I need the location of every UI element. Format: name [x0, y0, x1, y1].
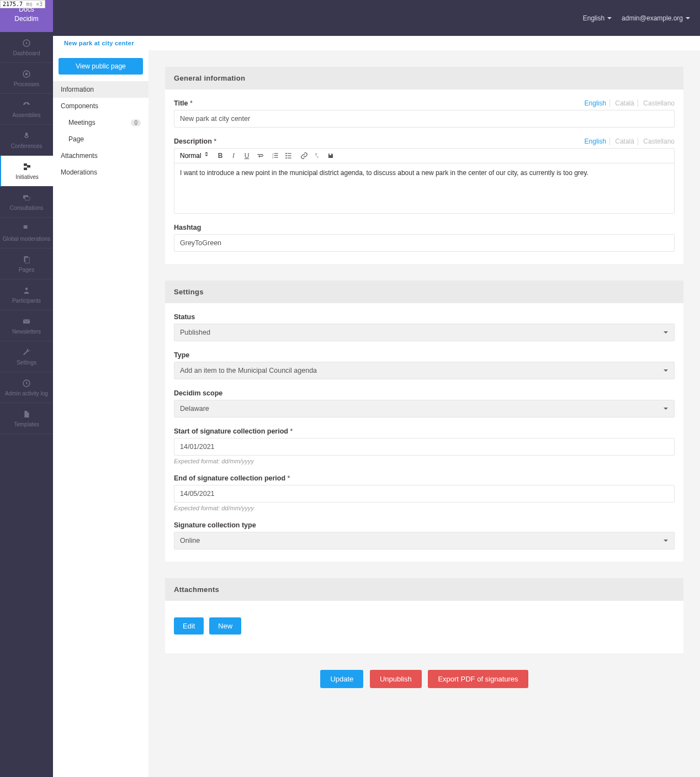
nav-consultations[interactable]: Consultations [0, 187, 53, 218]
assemblies-icon [22, 100, 31, 110]
subnav-moderations[interactable]: Moderations [53, 164, 149, 181]
lang-tab-catala[interactable]: Català [612, 99, 638, 107]
svg-point-8 [25, 288, 28, 290]
hashtag-input[interactable] [174, 234, 675, 252]
status-select[interactable]: Published [174, 324, 675, 341]
initiatives-icon [22, 162, 32, 172]
user-menu[interactable]: admin@example.org [622, 14, 690, 22]
title-input[interactable] [174, 110, 675, 128]
title-label: Title * [174, 99, 193, 107]
lang-tab-english[interactable]: English [581, 99, 610, 107]
bold-icon[interactable]: B [216, 151, 225, 160]
lang-tabs-title: English Català Castellano [581, 99, 675, 107]
nav-initiatives[interactable]: Initiatives [0, 156, 53, 187]
envelope-icon [22, 316, 31, 326]
italic-icon[interactable]: I [229, 151, 238, 160]
svg-rect-22 [288, 158, 291, 158]
nav-conferences[interactable]: Conferences [0, 125, 53, 156]
sig-type-label: Signature collection type [174, 521, 256, 529]
ordered-list-icon[interactable]: 123 [271, 151, 280, 160]
svg-rect-20 [288, 155, 291, 156]
subnav-attachments[interactable]: Attachments [53, 147, 149, 164]
nav-label: Processes [14, 81, 40, 87]
person-icon [22, 286, 31, 295]
type-select[interactable]: Add an item to the Municipal Council age… [174, 362, 675, 379]
settings-header: Settings [165, 281, 683, 303]
language-selector[interactable]: English [583, 14, 612, 22]
bottom-actions: Update Unpublish Export PDF of signature… [165, 670, 683, 688]
start-date-hint: Expected format: dd/mm/yyyy [174, 458, 675, 464]
unpublish-button[interactable]: Unpublish [370, 670, 422, 688]
end-date-label: End of signature collection period * [174, 474, 290, 482]
sig-type-select[interactable]: Online [174, 532, 675, 549]
underline-icon[interactable]: U [242, 151, 251, 160]
description-textarea[interactable]: I want to introduce a new point in the m… [174, 163, 674, 213]
svg-rect-14 [274, 155, 278, 156]
view-public-button[interactable]: View public page [59, 58, 143, 75]
breadcrumb-title: New park at city center [64, 40, 134, 46]
link-icon[interactable] [300, 151, 309, 160]
save-icon[interactable] [326, 151, 335, 160]
lang-tabs-desc: English Català Castellano [581, 138, 675, 145]
user-email: admin@example.org [622, 14, 683, 22]
scope-label: Decidim scope [174, 389, 222, 397]
document-icon [22, 409, 31, 419]
svg-point-3 [25, 73, 28, 76]
heading-select[interactable]: Normal [179, 151, 209, 161]
clear-format-icon[interactable]: Tx [313, 151, 322, 160]
start-date-label: Start of signature collection period * [174, 427, 293, 435]
export-pdf-button[interactable]: Export PDF of signatures [428, 670, 528, 688]
breadcrumb[interactable]: New park at city center [53, 36, 700, 50]
end-date-hint: Expected format: dd/mm/yyyy [174, 505, 675, 511]
editor-toolbar: Normal B I U [174, 149, 674, 163]
edit-button[interactable]: Edit [174, 617, 204, 635]
brand-line2: Decidim [4, 15, 49, 24]
start-date-input[interactable] [174, 438, 675, 456]
status-label: Status [174, 313, 195, 321]
subnav-page[interactable]: Page [53, 131, 149, 147]
flag-icon [22, 224, 31, 234]
attachments-card: Attachments Edit New [165, 578, 683, 653]
new-button[interactable]: New [209, 617, 241, 635]
attachments-header: Attachments [165, 578, 683, 601]
svg-point-19 [285, 155, 287, 156]
nav-participants[interactable]: Participants [0, 279, 53, 310]
nav-admin-activity-log[interactable]: Admin activity log [0, 372, 53, 403]
meetings-count-badge: 0 [131, 119, 141, 126]
subnav-components[interactable]: Components [53, 98, 149, 114]
general-info-card: General information Title * English [165, 67, 683, 264]
linebreak-icon[interactable] [256, 151, 264, 160]
scope-select[interactable]: Delaware [174, 400, 675, 417]
svg-point-17 [285, 153, 287, 154]
main-content: General information Title * English [149, 50, 700, 777]
unordered-list-icon[interactable] [284, 151, 293, 160]
svg-rect-18 [288, 153, 291, 154]
perf-badge: 2175.7 ms ×3 [0, 0, 45, 8]
update-button[interactable]: Update [320, 670, 363, 688]
top-bar: English admin@example.org [53, 0, 700, 36]
end-date-input[interactable] [174, 485, 675, 503]
nav-processes[interactable]: Processes [0, 63, 53, 94]
lang-tab-catala[interactable]: Català [612, 138, 638, 145]
svg-rect-12 [274, 153, 278, 154]
wrench-icon [22, 347, 31, 357]
processes-icon [22, 69, 31, 79]
nav-templates[interactable]: Templates [0, 403, 53, 434]
perf-time: 2175.7 [3, 1, 23, 7]
lang-tab-english[interactable]: English [581, 138, 610, 145]
lang-tab-castellano[interactable]: Castellano [640, 138, 675, 145]
nav-global-moderations[interactable]: Global moderations [0, 218, 53, 249]
nav-assemblies[interactable]: Assemblies [0, 94, 53, 125]
nav-label: Newsletters [12, 329, 41, 335]
description-label: Description * [174, 138, 216, 145]
nav-settings[interactable]: Settings [0, 341, 53, 372]
pages-icon [22, 255, 31, 265]
lang-tab-castellano[interactable]: Castellano [640, 99, 675, 107]
nav-label: Templates [14, 421, 39, 427]
nav-newsletters[interactable]: Newsletters [0, 310, 53, 341]
subnav-information[interactable]: Information [53, 81, 149, 98]
nav-dashboard[interactable]: Dashboard [0, 32, 53, 63]
subnav-meetings[interactable]: Meetings 0 [53, 114, 149, 131]
nav-label: Pages [19, 267, 34, 273]
nav-pages[interactable]: Pages [0, 249, 53, 279]
